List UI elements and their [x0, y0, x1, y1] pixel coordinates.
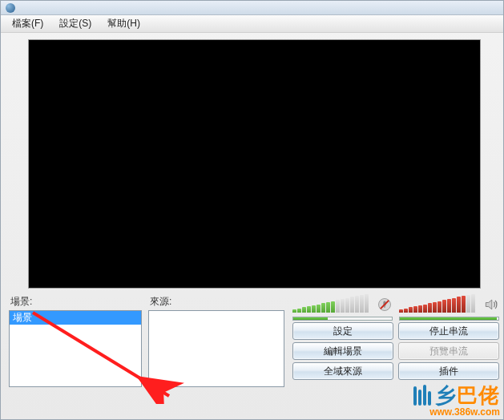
speaker-volume-slider[interactable] — [399, 317, 499, 321]
lower-panel: 場景: 場景 來源: — [1, 292, 503, 387]
preview-area — [1, 33, 503, 292]
speaker-meter[interactable] — [399, 294, 475, 313]
menu-help[interactable]: 幫助(H) — [99, 15, 148, 32]
sources-list[interactable] — [148, 310, 284, 387]
speaker-icon[interactable] — [483, 297, 499, 313]
menubar: 檔案(F) 設定(S) 幫助(H) — [1, 15, 503, 33]
mic-mute-icon[interactable] — [377, 297, 393, 313]
scenes-panel: 場景: 場景 — [9, 293, 142, 387]
preview-stream-button: 預覽串流 — [398, 342, 499, 360]
menu-settings[interactable]: 設定(S) — [51, 15, 99, 32]
titlebar — [1, 1, 503, 15]
plugins-button[interactable]: 插件 — [398, 362, 499, 380]
stop-stream-button[interactable]: 停止串流 — [398, 322, 499, 340]
global-sources-button[interactable]: 全域來源 — [292, 362, 393, 380]
button-grid: 設定 停止串流 編輯場景 預覽串流 全域來源 插件 — [292, 322, 499, 380]
settings-button[interactable]: 設定 — [292, 322, 393, 340]
sources-label: 來源: — [148, 293, 284, 310]
mic-volume-slider[interactable] — [292, 317, 393, 321]
scenes-label: 場景: — [9, 293, 142, 310]
scenes-list[interactable]: 場景 — [9, 310, 142, 387]
sources-panel: 來源: — [148, 293, 284, 387]
menu-file[interactable]: 檔案(F) — [4, 15, 51, 32]
svg-rect-1 — [384, 306, 385, 308]
volume-sliders — [292, 316, 499, 321]
mic-meter[interactable] — [292, 294, 369, 313]
video-preview[interactable] — [28, 39, 481, 289]
list-item[interactable]: 場景 — [10, 311, 141, 325]
edit-scene-button[interactable]: 編輯場景 — [292, 342, 393, 360]
controls-column: 設定 停止串流 編輯場景 預覽串流 全域來源 插件 — [292, 293, 499, 387]
watermark-url: www.386w.com — [413, 406, 500, 418]
audio-meters — [292, 293, 499, 314]
app-icon — [6, 3, 15, 13]
app-window: 檔案(F) 設定(S) 幫助(H) 場景: 場景 來源: — [0, 0, 504, 420]
